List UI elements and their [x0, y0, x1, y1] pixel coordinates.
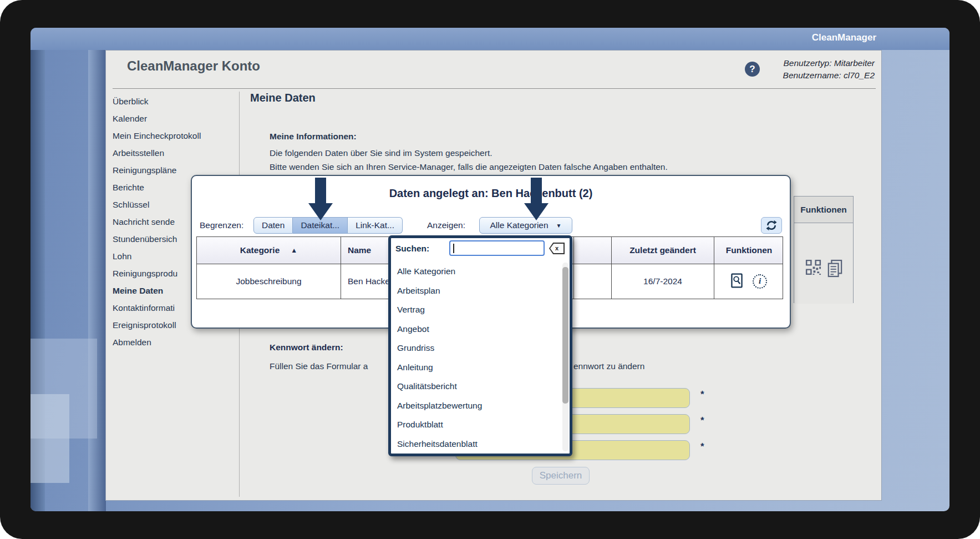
tab-link-kategorien[interactable]: Link-Kat...: [348, 217, 403, 234]
brand-label: CleanManager: [812, 32, 876, 43]
category-option-anleitung[interactable]: Anleitung: [391, 358, 560, 377]
category-option-qualitaetsbericht[interactable]: Qualitätsbericht: [391, 377, 560, 396]
column-header-hidden: [574, 237, 612, 264]
scrollbar-thumb[interactable]: [562, 267, 568, 404]
refresh-icon: [766, 219, 777, 231]
sidebar-item-eincheckprotokoll[interactable]: Mein Eincheckprotokoll: [113, 127, 210, 144]
cell-zuletzt-geaendert: 16/7-2024: [612, 264, 714, 299]
sidebar-item-kalender[interactable]: Kalender: [113, 110, 210, 127]
info-text-line2: Bitte wenden Sie sich an Ihren Service-M…: [270, 162, 668, 172]
desktop-decoration: [31, 394, 69, 483]
user-type: Benutzertyp: Mitarbeiter: [783, 57, 875, 69]
cell-funktionen: i: [714, 264, 784, 299]
user-name: Benutzername: cl70_E2: [783, 69, 875, 82]
info-text-line1: Die folgenden Daten über Sie sind im Sys…: [270, 148, 492, 158]
category-option-angebot[interactable]: Angebot: [391, 320, 560, 339]
column-header-funktionen: Funktionen: [714, 237, 784, 264]
dialog-title: Daten angelegt an: Ben Hackenbutt (2): [192, 187, 790, 200]
text-cursor: [453, 244, 454, 253]
category-option-sicherheitsdatenblatt[interactable]: Sicherheitsdatenblatt: [391, 435, 560, 454]
page-title: CleanManager Konto: [127, 58, 260, 74]
functions-column-header: Funktionen: [794, 197, 853, 223]
info-icon[interactable]: i: [753, 274, 767, 289]
column-header-zuletzt-geaendert[interactable]: Zuletzt geändert: [612, 237, 714, 264]
password-hint-right: ennwort zu ändern: [573, 361, 644, 371]
tab-daten[interactable]: Daten: [253, 217, 293, 234]
category-list: Alle Kategorien Arbeitsplan Vertrag Ange…: [391, 262, 560, 454]
chevron-down-icon: ▼: [556, 223, 562, 229]
required-marker: *: [700, 389, 704, 400]
save-button[interactable]: Speichern: [532, 467, 590, 485]
limit-label: Begrenzen:: [200, 217, 243, 234]
copy-documents-icon[interactable]: [827, 259, 842, 304]
sort-ascending-icon: ▲: [291, 246, 297, 254]
desktop: CleanManager CleanManager Konto ? Benutz…: [31, 28, 949, 511]
section-heading: Meine Daten: [250, 92, 316, 104]
header-divider: [113, 88, 876, 89]
desktop-stripe-inner: [88, 50, 106, 511]
required-marker: *: [700, 441, 704, 452]
category-option-vertrag[interactable]: Vertrag: [391, 300, 560, 320]
sidebar-item-abmelden[interactable]: Abmelden: [113, 334, 210, 351]
password-hint-left: Füllen Sie das Formular a: [270, 361, 368, 371]
category-filter-value: Alle Kategorien: [490, 220, 548, 230]
cell-hidden: [574, 264, 612, 299]
category-option-alle-kategorien[interactable]: Alle Kategorien: [391, 262, 560, 281]
sidebar-item-arbeitsstellen[interactable]: Arbeitsstellen: [113, 144, 210, 162]
search-input[interactable]: [449, 240, 545, 256]
category-option-arbeitsplan[interactable]: Arbeitsplan: [391, 281, 560, 301]
user-info: Benutzertyp: Mitarbeiter Benutzername: c…: [783, 57, 875, 82]
scrollbar-track[interactable]: [562, 263, 568, 451]
category-option-arbeitsplatzbewertung[interactable]: Arbeitsplatzbewertung: [391, 396, 560, 416]
annotation-arrow-down-icon: [308, 178, 333, 220]
show-label: Anzeigen:: [427, 217, 465, 234]
annotation-arrow-down-icon: [524, 178, 549, 220]
browser-top-bar: CleanManager: [31, 28, 949, 50]
category-option-grundriss[interactable]: Grundriss: [391, 339, 560, 358]
refresh-button[interactable]: [761, 217, 782, 234]
category-dropdown-panel: Suchen: x Alle Kategorien Arbeitsplan Ve…: [388, 235, 572, 456]
background-functions-column: Funktionen: [794, 196, 854, 303]
clear-search-icon[interactable]: x: [549, 243, 565, 254]
help-icon[interactable]: ?: [745, 62, 760, 77]
info-title: Meine Informationen:: [270, 132, 357, 142]
qr-code-icon[interactable]: [805, 259, 822, 304]
functions-cell: [794, 223, 853, 304]
category-option-produktblatt[interactable]: Produktblatt: [391, 415, 560, 435]
cell-kategorie: Jobbeschreibung: [197, 264, 341, 299]
sidebar-item-ueberblick[interactable]: Überblick: [113, 93, 210, 110]
required-marker: *: [700, 415, 704, 426]
password-heading: Kennwort ändern:: [270, 342, 343, 352]
search-label: Suchen:: [395, 244, 429, 254]
preview-document-icon[interactable]: [731, 273, 743, 290]
column-header-kategorie[interactable]: Kategorie ▲: [197, 237, 341, 264]
